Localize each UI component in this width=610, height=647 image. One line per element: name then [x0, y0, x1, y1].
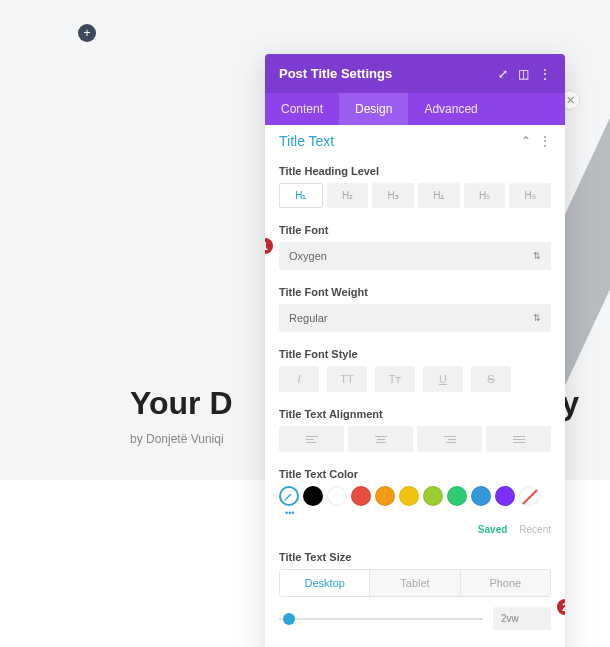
hero-title-left: Your D [130, 385, 233, 422]
section-more-icon[interactable]: ⋮ [539, 134, 551, 148]
size-value[interactable]: 2vw [493, 607, 551, 630]
color-swatch-white[interactable] [327, 486, 347, 506]
heading-h4[interactable]: H₄ [418, 183, 460, 208]
field-style: Title Font Style I TT Tᴛ U S [265, 340, 565, 400]
colors-recent-tab[interactable]: Recent [519, 524, 551, 535]
style-italic[interactable]: I [279, 366, 319, 392]
tab-content[interactable]: Content [265, 93, 339, 125]
heading-h6[interactable]: H₆ [509, 183, 551, 208]
color-swatch-purple[interactable] [495, 486, 515, 506]
panel-tabs: Content Design Advanced [265, 93, 565, 125]
size-slider[interactable] [279, 617, 483, 621]
select-caret-icon: ⇅ [533, 313, 541, 323]
font-value: Oxygen [289, 250, 327, 262]
eyedropper-icon [283, 490, 295, 502]
alignment-label: Title Text Alignment [279, 408, 551, 420]
color-swatch-lime[interactable] [423, 486, 443, 506]
color-label: Title Text Color [279, 468, 551, 480]
color-swatch-green[interactable] [447, 486, 467, 506]
annotation-marker-1: 1 [265, 238, 273, 254]
field-color: Title Text Color ••• Saved Recent [265, 460, 565, 543]
device-desktop[interactable]: Desktop [280, 570, 369, 596]
color-swatch-blue[interactable] [471, 486, 491, 506]
annotation-marker-2: 2 [557, 599, 565, 615]
expand-icon[interactable]: ⤢ [498, 67, 508, 81]
align-center[interactable] [348, 426, 413, 452]
tab-advanced[interactable]: Advanced [408, 93, 493, 125]
heading-h2[interactable]: H₂ [327, 183, 369, 208]
style-strikethrough[interactable]: S [471, 366, 511, 392]
hero-text-block: Your D by Donjetë Vuniqi [130, 385, 233, 446]
select-caret-icon: ⇅ [533, 251, 541, 261]
more-icon[interactable]: ⋮ [539, 67, 551, 81]
color-picker-button[interactable] [279, 486, 299, 506]
style-underline[interactable]: U [423, 366, 463, 392]
add-module-button[interactable]: + [78, 24, 96, 42]
color-swatch-red[interactable] [351, 486, 371, 506]
section-header[interactable]: Title Text ⌃ ⋮ [265, 125, 565, 157]
color-swatch-orange[interactable] [375, 486, 395, 506]
size-label: Title Text Size [279, 551, 551, 563]
style-uppercase[interactable]: TT [327, 366, 367, 392]
heading-h1[interactable]: H₁ [279, 183, 323, 208]
heading-h5[interactable]: H₅ [464, 183, 506, 208]
device-phone[interactable]: Phone [460, 570, 550, 596]
font-select[interactable]: Oxygen ⇅ [279, 242, 551, 270]
picker-more-dots[interactable]: ••• [285, 508, 551, 518]
section-title: Title Text [279, 133, 334, 149]
device-tablet[interactable]: Tablet [369, 570, 459, 596]
settings-panel: Post Title Settings ⤢ ◫ ⋮ Content Design… [265, 54, 565, 647]
colors-saved-tab[interactable]: Saved [478, 524, 507, 535]
collapse-icon[interactable]: ⌃ [521, 134, 531, 148]
color-swatch-black[interactable] [303, 486, 323, 506]
field-weight: Title Font Weight Regular ⇅ [265, 278, 565, 340]
weight-value: Regular [289, 312, 328, 324]
align-right[interactable] [417, 426, 482, 452]
heading-level-label: Title Heading Level [279, 165, 551, 177]
style-label: Title Font Style [279, 348, 551, 360]
align-justify[interactable] [486, 426, 551, 452]
field-alignment: Title Text Alignment [265, 400, 565, 460]
field-text-size: Title Text Size Desktop Tablet Phone 2vw… [265, 543, 565, 638]
snap-icon[interactable]: ◫ [518, 67, 529, 81]
field-heading-level: Title Heading Level H₁ H₂ H₃ H₄ H₅ H₆ [265, 157, 565, 216]
weight-select[interactable]: Regular ⇅ [279, 304, 551, 332]
panel-title: Post Title Settings [279, 66, 392, 81]
heading-h3[interactable]: H₃ [372, 183, 414, 208]
color-swatch-none[interactable] [519, 486, 539, 506]
align-left[interactable] [279, 426, 344, 452]
field-letter-spacing: Title Letter Spacing ? ▢ ↖ ⋮ 0px [265, 638, 565, 647]
style-smallcaps[interactable]: Tᴛ [375, 366, 415, 392]
weight-label: Title Font Weight [279, 286, 551, 298]
tab-design[interactable]: Design [339, 93, 408, 125]
panel-header: Post Title Settings ⤢ ◫ ⋮ [265, 54, 565, 93]
font-label: Title Font [279, 224, 551, 236]
color-swatch-yellow[interactable] [399, 486, 419, 506]
panel-header-icons: ⤢ ◫ ⋮ [498, 67, 551, 81]
hero-author: by Donjetë Vuniqi [130, 432, 233, 446]
field-font: 1 Title Font Oxygen ⇅ [265, 216, 565, 278]
